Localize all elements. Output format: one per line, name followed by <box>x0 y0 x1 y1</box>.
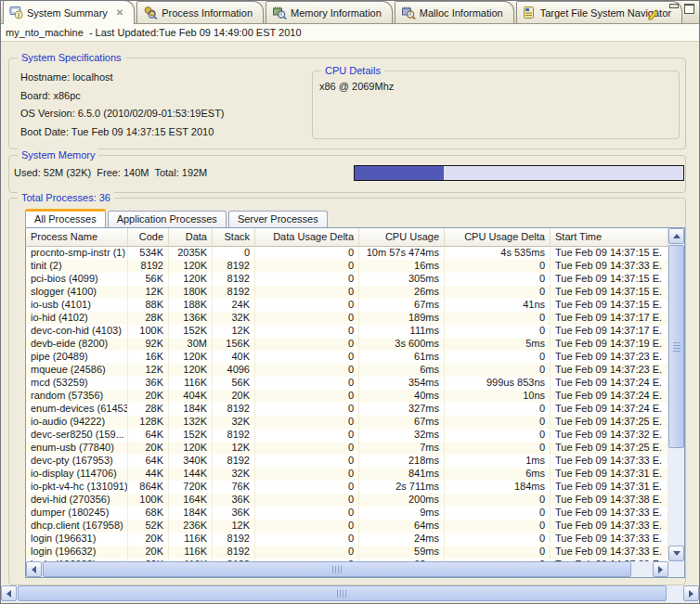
process-tab-bar: All Processes Application Processes Serv… <box>25 209 330 227</box>
table-row[interactable]: mqueue (24586)12K120K409606ms0Tue Feb 09… <box>26 364 668 377</box>
system-memory-group: System Memory Used: 52M (32K) Free: 140M… <box>8 155 686 193</box>
table-cell: 0 <box>445 286 551 299</box>
table-cell: 132K <box>169 416 213 429</box>
table-cell: 404K <box>169 390 213 403</box>
table-cell: 120K <box>169 364 213 377</box>
table-cell: 188K <box>169 299 213 312</box>
table-row[interactable]: slogger (4100)12K180K8192026ms0Tue Feb 0… <box>26 286 668 299</box>
table-cell: 16K <box>128 351 169 364</box>
up-arrow-icon <box>673 234 681 238</box>
pen-tool-button[interactable] <box>643 6 662 21</box>
tab-application-processes[interactable]: Application Processes <box>108 211 227 227</box>
table-cell: Tue Feb 09 14:37:25 E. <box>551 442 668 455</box>
thumb-grip <box>337 590 347 598</box>
vertical-scrollbar[interactable] <box>668 228 684 561</box>
table-row[interactable]: mcd (53259)36K116K56K0354ms999us 853nsTu… <box>26 377 668 390</box>
table-row[interactable]: login (196631)20K116K8192024ms0Tue Feb 0… <box>26 533 668 546</box>
table-cell: 6ms <box>359 364 445 377</box>
table-cell: 67ms <box>359 416 445 429</box>
column-header[interactable]: Data Usage Delta <box>255 228 359 246</box>
table-row[interactable]: io-usb (4101)88K188K24K067ms41nsTue Feb … <box>26 299 668 312</box>
table-cell: 4096 <box>213 364 255 377</box>
table-cell: 8192 <box>213 533 255 546</box>
table-cell: 2s 711ms <box>359 481 445 494</box>
tab-malloc-information[interactable]: Malloc Information <box>395 1 514 23</box>
horizontal-scrollbar-thumb[interactable] <box>18 585 667 601</box>
table-cell: Tue Feb 09 14:37:33 E. <box>551 546 668 559</box>
minimize-button[interactable] <box>668 3 680 13</box>
table-cell: 20K <box>128 533 169 546</box>
table-cell: Tue Feb 09 14:37:24 E. <box>551 377 668 390</box>
table-cell: Tue Feb 09 14:37:25 E. <box>551 416 668 429</box>
table-cell: 0 <box>255 507 359 520</box>
tab-process-information[interactable]: Process Information <box>136 1 264 23</box>
table-row[interactable]: devb-eide (8200)92K30M156K03s 600ms5msTu… <box>26 338 668 351</box>
scroll-left-button[interactable] <box>1 585 17 601</box>
table-horizontal-scrollbar[interactable] <box>26 561 668 577</box>
scroll-right-button[interactable] <box>683 585 699 601</box>
table-cell: Tue Feb 09 14:37:33 E. <box>551 507 668 520</box>
vertical-scrollbar-thumb[interactable] <box>668 245 684 448</box>
table-cell: 0 <box>445 520 551 533</box>
table-cell: 0 <box>255 481 359 494</box>
column-header[interactable]: Process Name <box>26 228 128 246</box>
scroll-left-button[interactable] <box>26 561 42 577</box>
scroll-down-button[interactable] <box>668 546 684 561</box>
column-header[interactable]: CPU Usage Delta <box>445 228 551 246</box>
tab-all-processes[interactable]: All Processes <box>25 209 106 227</box>
table-row[interactable]: login (196632)20K116K8192059ms0Tue Feb 0… <box>26 546 668 559</box>
tab-memory-information[interactable]: Memory Information <box>266 1 393 23</box>
group-title: System Memory <box>18 148 98 161</box>
table-row[interactable]: tinit (2)8192120K8192016ms0Tue Feb 09 14… <box>26 260 668 273</box>
column-header[interactable]: Start Time <box>551 228 668 246</box>
table-cell: 0 <box>445 442 551 455</box>
table-cell: 12K <box>213 442 255 455</box>
tab-label: Memory Information <box>291 7 382 19</box>
table-cell: 0 <box>255 351 359 364</box>
table-row[interactable]: procnto-smp-instr (1)534K2035K0010m 57s … <box>26 247 668 260</box>
table-row[interactable]: devc-ser8250 (159...64K152K8192032ms0Tue… <box>26 429 668 442</box>
table-cell: 28K <box>128 403 169 416</box>
process-table: Process NameCodeDataStackData Usage Delt… <box>25 227 685 578</box>
table-cell: 64K <box>128 429 169 442</box>
horizontal-scrollbar-thumb[interactable] <box>43 561 631 577</box>
table-cell: 144K <box>169 468 213 481</box>
table-cell: 0 <box>255 364 359 377</box>
table-row[interactable]: io-audio (94222)128K132K32K067ms0Tue Feb… <box>26 416 668 429</box>
table-cell: 340K <box>169 455 213 468</box>
table-row[interactable]: io-hid (4102)28K136K32K0189ms0Tue Feb 09… <box>26 312 668 325</box>
process-table-header: Process NameCodeDataStackData Usage Delt… <box>26 228 668 247</box>
table-row[interactable]: pci-bios (4099)56K120K81920305ms0Tue Feb… <box>26 273 668 286</box>
column-header[interactable]: Data <box>169 228 213 246</box>
table-row[interactable]: enum-usb (77840)20K120K12K07ms0Tue Feb 0… <box>26 442 668 455</box>
scroll-right-button[interactable] <box>653 561 668 577</box>
table-cell: 12K <box>213 325 255 338</box>
column-header[interactable]: Stack <box>213 228 255 246</box>
table-row[interactable]: devc-pty (167953)64K340K81920218ms1msTue… <box>26 455 668 468</box>
table-cell: 76K <box>213 481 255 494</box>
table-row[interactable]: io-display (114706)44K144K32K0841ms6msTu… <box>26 468 668 481</box>
view-horizontal-scrollbar[interactable] <box>1 585 699 602</box>
tab-label: Process Information <box>162 7 253 19</box>
scroll-up-button[interactable] <box>668 228 684 244</box>
tab-system-summary[interactable]: System Summary ✕ <box>3 0 135 24</box>
table-row[interactable]: random (57356)20K404K20K040ms10nsTue Feb… <box>26 390 668 403</box>
spec-lines: Hostname: localhost Board: x86pc OS Vers… <box>20 69 225 141</box>
close-icon[interactable]: ✕ <box>116 7 123 18</box>
table-row[interactable]: dhcp.client (167958)52K236K12K064ms0Tue … <box>26 520 668 533</box>
table-row[interactable]: devi-hid (270356)100K164K36K0200ms0Tue F… <box>26 494 668 507</box>
table-cell: Tue Feb 09 14:37:31 E. <box>551 468 668 481</box>
maximize-button[interactable] <box>683 3 694 13</box>
table-cell: 12K <box>128 286 169 299</box>
tab-server-processes[interactable]: Server Processes <box>228 211 328 227</box>
table-cell: 40K <box>213 351 255 364</box>
table-row[interactable]: dumper (180245)68K184K36K09ms0Tue Feb 09… <box>26 507 668 520</box>
table-cell: 236K <box>169 520 213 533</box>
table-row[interactable]: enum-devices (61453)28K184K81920327ms0Tu… <box>26 403 668 416</box>
table-cell: 0 <box>255 299 359 312</box>
table-row[interactable]: pipe (20489)16K120K40K061ms0Tue Feb 09 1… <box>26 351 668 364</box>
column-header[interactable]: CPU Usage <box>359 228 445 246</box>
table-row[interactable]: io-pkt-v4-hc (131091)864K720K76K02s 711m… <box>26 481 668 494</box>
table-row[interactable]: devc-con-hid (4103)100K152K12K0111ms0Tue… <box>26 325 668 338</box>
column-header[interactable]: Code <box>128 228 169 246</box>
